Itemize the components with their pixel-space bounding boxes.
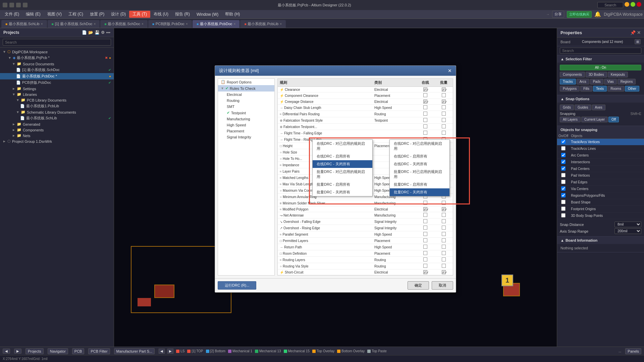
rooms-filter-btn[interactable]: Rooms (607, 86, 624, 92)
drc-tree-smt[interactable]: SMT (218, 104, 274, 110)
projects-new-icon[interactable]: 📄 (82, 30, 87, 35)
run-drc-button[interactable]: 运行DRC (R)... (218, 281, 256, 290)
snap-object-row[interactable]: Intersections (557, 159, 644, 166)
projects-open-icon[interactable]: 📂 (88, 30, 93, 35)
drc-rule-online-check[interactable] (416, 244, 434, 250)
prev-tab-btn[interactable]: ◀ (3, 349, 10, 354)
snap-object-row[interactable]: Pad Vertices (557, 172, 644, 179)
layer-bottom[interactable]: [2] Bottom (206, 349, 226, 353)
tab-close-pcbdoc-pnb[interactable]: × (186, 22, 188, 26)
snap-object-row[interactable]: Via Centers (557, 186, 644, 192)
layer-prev-btn[interactable]: ◀ (159, 349, 165, 354)
snap-object-row[interactable]: Track/Arcs Lines (557, 145, 644, 152)
drc-rule-row[interactable]: ≡ Minimum Solder Mask Sliver Manufacturi… (278, 200, 453, 206)
arcs-filter-btn[interactable]: Arcs (577, 79, 589, 84)
properties-close-icon[interactable]: ✕ (637, 30, 641, 35)
tree-item-pcbdoc2[interactable]: 📄 PCB拼版.PcbDoc ✔ (0, 79, 114, 86)
drc-tree-placement[interactable]: Placement (218, 128, 274, 134)
all-layers-btn[interactable]: All Layers (560, 117, 581, 122)
drc-rule-online-check[interactable] (416, 111, 434, 117)
drc-rule-batch-check[interactable] (434, 225, 453, 231)
drc-rule-row[interactable]: → Daisy Chain Stub Length High Speed (278, 105, 453, 111)
tree-item-workspace[interactable]: ▼ ⬡ DigiPCBA Workspace (0, 49, 114, 55)
drc-rule-row[interactable]: ≈ Parallel Segment High Speed (278, 231, 453, 238)
axes-btn[interactable]: Axes (592, 105, 605, 110)
snap-object-check[interactable] (557, 152, 570, 159)
drc-rule-online-check[interactable] (416, 130, 434, 136)
projects-more-icon[interactable]: ••• (106, 30, 110, 35)
drc-rule-row[interactable]: ⚡ Short-Circuit Electrical ✓ ✓ (278, 269, 453, 275)
layer-mech15[interactable]: Mechanical 15 (284, 349, 310, 353)
fills-filter-btn[interactable]: Fills (580, 86, 592, 92)
drc-rule-batch-check[interactable] (434, 124, 453, 130)
drc-rule-row[interactable]: □ Room Definition Placement (278, 250, 453, 257)
snap-off-btn[interactable]: Off (608, 117, 619, 122)
cancel-button[interactable]: 取消 (432, 281, 453, 290)
drc-rule-batch-check[interactable] (434, 105, 453, 111)
layer-top-overlay[interactable]: Top Overlay (312, 349, 334, 353)
tree-item-components[interactable]: ► 📁 Components (0, 127, 114, 133)
drc-rule-row[interactable]: ⊕ Fabrication Testpoint Style Testpoint (278, 117, 453, 124)
menu-file[interactable]: 文件 (E) (1, 11, 22, 18)
notifications-icon[interactable]: 🔔 (594, 11, 601, 17)
drc-rule-row[interactable]: ≈ Modified Polygon Electrical ✓ ✓ (278, 206, 453, 212)
layer-bottom-overlay[interactable]: Bottom Overlay (337, 349, 365, 353)
tab-close-pcblib[interactable]: × (280, 22, 282, 26)
selection-filter-header[interactable]: ▲ Selection Filter (557, 55, 644, 63)
filter-button[interactable]: ⊞ (635, 39, 641, 44)
layer-next-btn[interactable]: ▶ (167, 349, 173, 354)
tab-close-schlib[interactable]: × (41, 22, 43, 26)
layer-mech1[interactable]: Mechanical 1 (228, 349, 252, 353)
drc-tree-signal-integrity[interactable]: Signal Integrity (218, 134, 274, 140)
drc-rule-online-check[interactable]: ✓ (416, 87, 434, 92)
snap-object-check[interactable] (557, 206, 570, 213)
tree-item-pcblib[interactable]: 📄 最小系统板1.PcbLib (0, 103, 114, 109)
menu-route[interactable]: 布线 (U) (150, 11, 172, 18)
tree-item-sch-lib-docs[interactable]: ▼ 📁 Schematic Library Documents (0, 109, 114, 115)
ctx2-batch-disable-all[interactable]: 批量DRC - 关闭所有 (390, 188, 449, 196)
drc-tree-manufacturing[interactable]: Manufacturing (218, 116, 274, 122)
next-tab-btn[interactable]: ▶ (14, 349, 21, 354)
drc-rule-online-check[interactable] (416, 263, 434, 269)
panels-button[interactable]: Panels (625, 348, 641, 354)
ctx-online-enable-all[interactable]: 在线DRC - 启用所有 (313, 153, 372, 160)
tab-close-schdoc1[interactable]: × (94, 22, 96, 26)
tab-schdoc2[interactable]: ■ 最小系统板.SchDoc × (100, 20, 147, 28)
ctx-online-apply[interactable]: 在线DRC - 对已启用的规则启用 (313, 140, 372, 153)
snap-object-check[interactable] (557, 192, 570, 199)
components-filter-btn[interactable]: Components (560, 72, 585, 77)
projects-save-icon[interactable]: 💾 (95, 30, 100, 35)
drc-rule-online-check[interactable] (416, 200, 434, 206)
layer-mech13[interactable]: Mechanical 13 (255, 349, 281, 353)
tree-item-nets[interactable]: ► 📁 Nets (0, 133, 114, 138)
close-button[interactable] (637, 2, 641, 7)
drc-rule-batch-check[interactable] (434, 250, 453, 256)
snap-object-check[interactable] (557, 213, 570, 219)
share-button[interactable]: 分享 (552, 11, 564, 18)
tree-item-project[interactable]: ▼ ◈ 最小系统板.PrjPcb * ✖ ● (0, 55, 114, 61)
ctx-online-disable-all[interactable]: 在线DRC - 关闭所有 (313, 160, 372, 168)
drc-rule-batch-check[interactable] (434, 231, 453, 237)
vias-filter-btn[interactable]: Vias (604, 79, 616, 84)
menu-project[interactable]: 工程 (C) (65, 11, 87, 18)
drc-tree-rules-to-check[interactable]: ▼ ✔ Rules To Check (218, 85, 274, 92)
drc-rule-row[interactable]: ↗ Overshoot - Rising Edge Signal Integri… (278, 225, 453, 231)
drc-rule-batch-check[interactable] (434, 238, 453, 244)
tree-item-pcb-lib-docs[interactable]: ▼ 📁 PCB Library Documents (0, 97, 114, 103)
tree-item-libraries[interactable]: ▼ 📁 Libraries (0, 92, 114, 97)
drc-rule-row[interactable]: ≈ Routing Layers Routing (278, 257, 453, 263)
drc-rule-batch-check[interactable] (434, 117, 453, 123)
keepouts-filter-btn[interactable]: Keepouts (608, 72, 628, 77)
menu-edit[interactable]: 编辑 (E) (22, 11, 44, 18)
drc-rule-online-check[interactable] (416, 225, 434, 231)
snap-object-row[interactable]: 3D Body Snap Points (557, 213, 644, 219)
snap-object-row[interactable]: Pad Edges (557, 179, 644, 186)
tree-item-project-group[interactable]: ► ⬡ Project Group 1.DsnWrk (0, 138, 114, 144)
drc-rule-online-check[interactable]: ✓ (416, 99, 434, 104)
properties-search-input[interactable] (560, 48, 641, 54)
drc-rule-online-check[interactable] (416, 231, 434, 237)
snap-object-row[interactable]: Board Shape (557, 199, 644, 206)
drc-rule-row[interactable]: → Flight Time - Falling Edge (278, 130, 453, 136)
menu-design[interactable]: 设计 (D) (108, 11, 129, 18)
drc-rule-row[interactable]: □ Permitted Layers Placement (278, 238, 453, 244)
